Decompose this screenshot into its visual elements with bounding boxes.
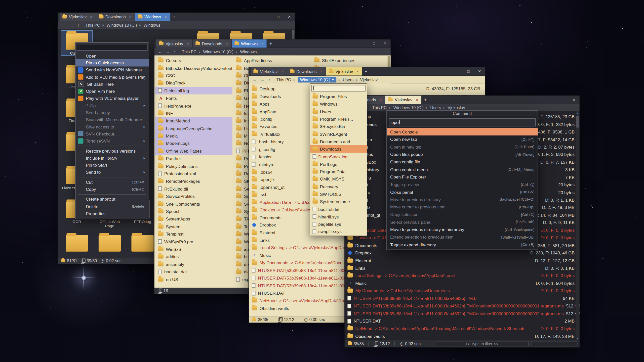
tab-vjekoslav[interactable]: Vjekoslav✕	[156, 39, 192, 48]
minimize-button[interactable]: —	[262, 15, 273, 19]
context-menu-item[interactable]: Pin to Start	[75, 161, 149, 168]
file-row[interactable]: Media	[155, 132, 232, 140]
drive-item[interactable]: ProgramData	[310, 168, 367, 175]
tab-close-icon[interactable]: ✕	[320, 70, 323, 73]
drive-item[interactable]: $WinREAgent	[310, 130, 367, 138]
breadcrumb-segment[interactable]: Vjekoslav	[360, 77, 378, 82]
back-button[interactable]: ←	[61, 23, 67, 27]
drive-item[interactable]: pagefile.sys	[310, 220, 367, 228]
context-menu-item[interactable]: Scan with Microsoft Defender...	[75, 116, 149, 123]
file-row[interactable]: NTUSER.DAT2 MB	[345, 317, 580, 325]
tab-downloads[interactable]: Downloads✕	[192, 39, 231, 48]
command-item[interactable]: Move cursor to previous item[Ctrl+Up]	[387, 203, 538, 211]
tab-vjekoslav[interactable]: Vjekoslav✕	[251, 67, 287, 76]
breadcrumb-segment[interactable]: This PC	[86, 23, 100, 27]
breadcrumb-segment[interactable]: Users	[430, 106, 441, 110]
drive-item[interactable]: hiberfil.sys	[310, 213, 367, 220]
file-row[interactable]: LanguageOverlayCache	[155, 125, 232, 132]
up-button[interactable]: ↑	[173, 50, 177, 54]
file-row[interactable]: INF	[155, 109, 232, 117]
minimize-button[interactable]: —	[357, 41, 368, 46]
close-button[interactable]: ✕	[284, 15, 295, 19]
file-row[interactable]: assembly	[155, 260, 232, 268]
drive-item[interactable]: swapfile.sys	[310, 228, 367, 236]
forward-button[interactable]: →	[260, 77, 265, 82]
breadcrumb-segment[interactable]: Windows 10 (C:)	[393, 106, 424, 110]
command-item[interactable]: Move to previous directory in hierarchy[…	[387, 226, 538, 233]
file-row[interactable]: LinksD: 0, F: 3, 1 KB	[345, 264, 580, 272]
tab-downloads[interactable]: Downloads✕	[96, 13, 135, 21]
file-row[interactable]: PolicyDefinitions	[155, 162, 232, 170]
drive-item[interactable]: Windows	[310, 100, 367, 108]
file-row[interactable]: en-US	[155, 276, 232, 283]
context-menu-item[interactable]: >Git Bash Here	[75, 80, 149, 87]
drive-item[interactable]: DumpStack.log...	[310, 153, 367, 160]
file-row[interactable]: EksterniD: 12, F: 127, 12 GB	[345, 257, 580, 264]
drive-item[interactable]: bootTel.dat	[310, 205, 367, 213]
breadcrumb-segment[interactable]: This PC	[182, 50, 196, 54]
command-item[interactable]: Toggle expand directory[Ctrl+B]	[387, 241, 538, 248]
context-menu-item[interactable]: Properties	[75, 210, 149, 217]
file-row[interactable]: ♪MusicD: 0, F: 1, 504 bytes	[345, 279, 580, 287]
file-row[interactable]: DtcInstall.log	[155, 87, 232, 94]
up-button[interactable]: ↑	[76, 23, 80, 27]
context-menu-item[interactable]: Send to▸	[75, 169, 149, 176]
tab-close-icon[interactable]: ✕	[129, 15, 132, 19]
command-item[interactable]: Open context menu[Ctrl+M] [Menu]	[387, 166, 538, 173]
command-item[interactable]: Open config file	[387, 158, 538, 166]
folder-cell[interactable]	[127, 233, 158, 253]
file-row[interactable]: WinSxS	[155, 245, 232, 253]
file-row[interactable]: My Documents -> C:\Users\Vjekoslav\Docum…	[345, 287, 580, 294]
breadcrumb-segment[interactable]: Windows 10 (C:)▾	[298, 77, 336, 82]
context-menu-item[interactable]: Open	[75, 52, 149, 59]
drive-item[interactable]: Program Files	[310, 93, 367, 100]
drive-item[interactable]: SWTOOLS	[310, 190, 367, 198]
file-row[interactable]: RemotePackages	[155, 177, 232, 185]
maximize-button[interactable]: □	[557, 98, 569, 102]
file-row[interactable]: HelpPane.exe	[155, 102, 232, 109]
file-row[interactable]: Cursors	[155, 57, 232, 64]
forward-button[interactable]: →	[165, 50, 171, 54]
scrollbar-thumb[interactable]	[576, 116, 579, 128]
file-row[interactable]: Panther	[155, 155, 232, 162]
file-row[interactable]: NTUSER.DAT{53b39e88-18c4-11ea-a811-000d3…	[345, 302, 580, 310]
file-row[interactable]: DropboxD: 230, F: 1043, 46 GB	[345, 249, 580, 257]
context-menu-item[interactable]: VOpen Vim here	[75, 88, 149, 95]
file-row[interactable]: Local Settings -> C:\Users\Vjekoslav\App…	[345, 272, 580, 279]
breadcrumb-segment[interactable]: This PC	[372, 106, 387, 110]
tab-close-icon[interactable]: ✕	[261, 42, 264, 46]
context-menu-item[interactable]: Add to VLC media player's Playlist	[75, 73, 149, 80]
file-row[interactable]: TempInst	[155, 230, 232, 238]
close-button[interactable]: ✕	[474, 69, 485, 73]
breadcrumb-segment[interactable]: Windows	[240, 50, 257, 54]
new-tab-button[interactable]: +	[171, 13, 178, 21]
command-item[interactable]: Close panel[Ctrl+W]	[387, 188, 538, 196]
tab-close-icon[interactable]: ✕	[281, 70, 284, 73]
command-item[interactable]: Open files popup[Alt+Down]	[387, 151, 538, 158]
tab-close-icon[interactable]: ✕	[416, 98, 418, 102]
drive-item[interactable]: Documents and ...	[310, 138, 367, 145]
context-menu-item[interactable]: Send with NordVPN Meshnet	[75, 66, 149, 73]
up-button[interactable]: ↑	[267, 77, 271, 82]
drive-item[interactable]: QMK_MSYS	[310, 175, 367, 183]
breadcrumb-segment[interactable]: Windows	[144, 23, 160, 27]
breadcrumb-segment[interactable]: Users	[343, 77, 353, 82]
command-item[interactable]: Open File Explorer	[387, 173, 538, 181]
tab-close-icon[interactable]: ✕	[225, 42, 228, 46]
close-button[interactable]: ✕	[380, 41, 391, 46]
drive-item[interactable]: Program Files (...	[310, 115, 367, 123]
file-row[interactable]: Professional.xml	[155, 170, 232, 177]
tab-close-icon[interactable]: ✕	[90, 15, 93, 19]
file-row[interactable]: NTUSER.DAT{53b39e88-18c4-11ea-a811-000d3…	[345, 310, 580, 317]
file-row[interactable]: bootstat.dat	[155, 268, 232, 276]
file-row[interactable]: AppReadiness	[233, 57, 310, 64]
file-row[interactable]: ShellComponents	[155, 200, 232, 208]
drive-item[interactable]: System Volume...	[310, 198, 367, 205]
tab-downloads[interactable]: Downloads✕	[287, 67, 326, 76]
scroll-down-icon[interactable]: ▼	[576, 337, 580, 340]
command-input[interactable]: ope	[389, 118, 536, 126]
titlebar[interactable]: Vjekoslav✕Downloads✕Windows✕+ — □ ✕	[58, 13, 295, 21]
context-menu-item[interactable]: Cut[Ctrl+X]	[75, 178, 149, 186]
minimize-button[interactable]: —	[546, 98, 557, 102]
tab-close-icon[interactable]: ✕	[165, 15, 167, 19]
